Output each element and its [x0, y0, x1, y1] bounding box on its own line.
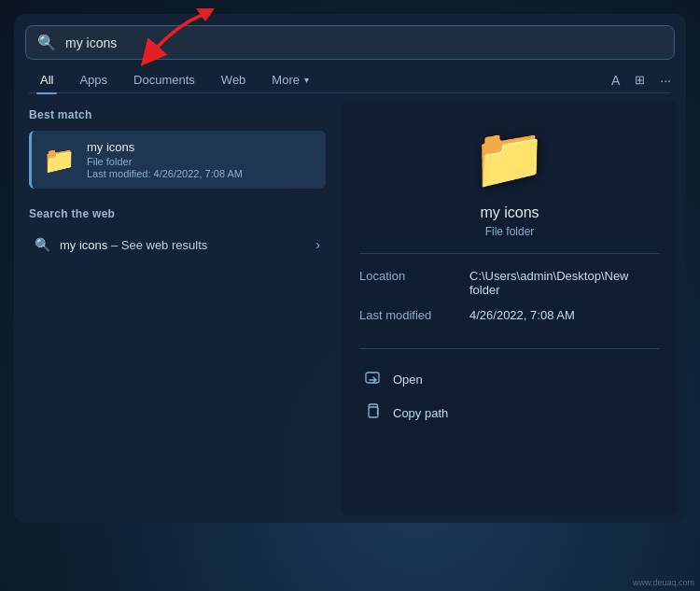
tab-apps[interactable]: Apps [68, 67, 119, 92]
display-icon[interactable]: ⊞ [635, 73, 645, 87]
folder-icon-large: 📁 [472, 123, 547, 193]
copy-path-label: Copy path [393, 406, 448, 420]
more-options-icon[interactable]: ··· [660, 73, 671, 88]
search-bar[interactable]: 🔍 my icons [25, 25, 675, 60]
tabs-row: All Apps Documents Web More ▾ A ⊞ ··· [14, 60, 686, 92]
svg-rect-3 [369, 407, 378, 417]
tab-all[interactable]: All [29, 67, 64, 92]
watermark: www.deuaq.com [633, 578, 694, 587]
open-action[interactable]: Open [359, 362, 660, 396]
best-match-type: File folder [87, 156, 315, 167]
open-icon [363, 370, 382, 388]
copy-path-action[interactable]: Copy path [359, 396, 660, 429]
best-match-modified: Last modified: 4/26/2022, 7:08 AM [87, 168, 315, 179]
svg-rect-2 [366, 373, 379, 383]
search-web-title: Search the web [29, 207, 326, 220]
folder-icon-small: 📁 [43, 145, 76, 176]
best-match-section-title: Best match [29, 108, 326, 121]
best-match-info: my icons File folder Last modified: 4/26… [87, 140, 315, 179]
main-content: Best match 📁 my icons File folder Last m… [14, 93, 686, 523]
search-panel: 🔍 my icons All Apps Documents Web More ▾… [14, 14, 686, 523]
web-search-item[interactable]: 🔍 my icons – See web results › [29, 230, 326, 260]
location-value: C:\Users\admin\Desktop\New folder [469, 269, 660, 297]
tab-more[interactable]: More ▾ [260, 67, 320, 92]
chevron-down-icon: ▾ [304, 75, 309, 85]
modified-value: 4/26/2022, 7:08 AM [469, 308, 660, 322]
modified-label: Last modified [359, 308, 462, 322]
best-match-item[interactable]: 📁 my icons File folder Last modified: 4/… [29, 131, 326, 189]
detail-row-location: Location C:\Users\admin\Desktop\New fold… [359, 269, 660, 297]
search-query-text[interactable]: my icons [65, 35, 663, 50]
right-item-type: File folder [485, 225, 535, 238]
web-search-icon: 🔍 [35, 237, 50, 252]
right-item-name: my icons [480, 204, 539, 221]
web-search-text: my icons – See web results [60, 238, 207, 252]
detail-row-modified: Last modified 4/26/2022, 7:08 AM [359, 308, 660, 322]
copy-path-icon [363, 403, 382, 422]
tabs-right-actions: A ⊞ ··· [611, 73, 671, 88]
details-section: Location C:\Users\admin\Desktop\New fold… [359, 254, 660, 349]
location-label: Location [359, 269, 462, 283]
left-panel: Best match 📁 my icons File folder Last m… [14, 93, 341, 523]
font-size-icon[interactable]: A [611, 73, 620, 88]
tab-web[interactable]: Web [210, 67, 258, 92]
actions-section: Open Copy path [359, 349, 660, 443]
right-panel-header: 📁 my icons File folder [359, 123, 660, 254]
open-label: Open [393, 373, 423, 387]
web-chevron-icon: › [315, 237, 320, 252]
tab-documents[interactable]: Documents [122, 67, 206, 92]
right-panel: 📁 my icons File folder Location C:\Users… [341, 101, 679, 515]
search-icon: 🔍 [37, 34, 56, 51]
best-match-name: my icons [87, 140, 315, 154]
search-web-section: Search the web 🔍 my icons – See web resu… [29, 207, 326, 260]
